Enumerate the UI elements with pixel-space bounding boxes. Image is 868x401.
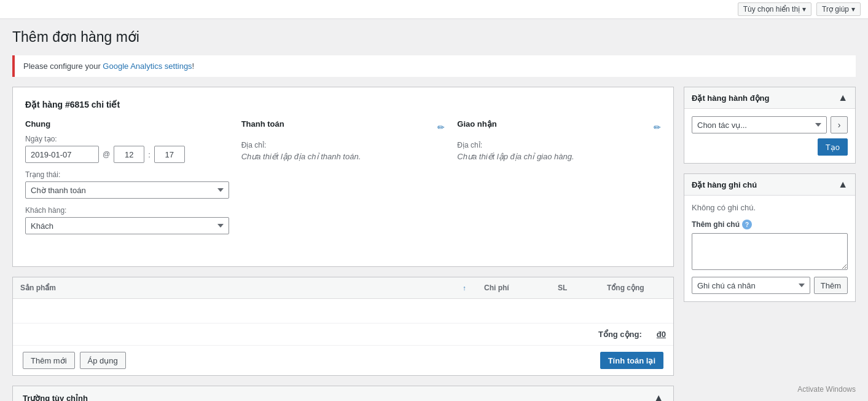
top-bar: Tùy chọn hiển thị ▾ Trợ giúp ▾ (0, 0, 868, 19)
date-input[interactable] (25, 146, 99, 163)
order-detail-card: Đặt hàng #6815 chi tiết Chung Ngày tạo: … (12, 87, 674, 267)
status-field-group: Trạng thái: Chờ thanh toán (25, 170, 229, 199)
shipping-heading: Giao nhận (457, 119, 496, 129)
col-sl-header: SL (550, 277, 600, 299)
shipping-header-row: Giao nhận ✏ (457, 119, 661, 135)
custom-fields-header: Trường tùy chỉnh ▲ (13, 386, 673, 401)
notes-label: Thêm ghi chú ? (692, 220, 848, 229)
billing-edit-icon[interactable]: ✏ (437, 122, 445, 132)
ap-dung-button[interactable]: Áp dụng (80, 352, 126, 369)
note-type-select[interactable]: Ghi chú cá nhân Ghi chú cho khách (692, 277, 810, 294)
totals-value: đ0 (657, 330, 666, 339)
general-heading: Chung (25, 119, 229, 129)
action-select[interactable]: Chon tác vụ... Gửi hóa đơn Gửi đơn hàng (692, 116, 827, 133)
minute-input[interactable] (154, 146, 185, 163)
date-label: Ngày tạo: (25, 135, 229, 143)
col-sort-header: ↑ (452, 277, 477, 299)
general-section: Chung Ngày tạo: @ : (25, 119, 229, 242)
order-actions-card: Đặt hàng hành động ▲ Chon tác vụ... Gửi … (684, 87, 856, 164)
action-arrow-button[interactable]: › (831, 116, 848, 133)
create-button[interactable]: Tạo (818, 138, 848, 156)
display-options-label: Tùy chọn hiển thị (743, 5, 800, 14)
billing-header-row: Thanh toán ✏ (241, 119, 445, 135)
custom-fields-card: Trường tùy chỉnh ▲ (12, 386, 674, 401)
customer-select[interactable]: Khách (25, 217, 229, 234)
chevron-down-icon: ▾ (802, 5, 806, 14)
custom-fields-collapse-icon[interactable]: ▲ (654, 392, 663, 401)
analytics-link-text: Google Analytics settings (103, 62, 192, 71)
page-wrapper: Thêm đơn hàng mới Please configure your … (0, 19, 868, 401)
notice-suffix: ! (192, 62, 195, 71)
analytics-link[interactable]: Google Analytics settings (103, 62, 192, 71)
chevron-down-icon: ▾ (851, 5, 855, 14)
notes-empty-text: Không có ghi chú. (692, 203, 848, 212)
colon-separator: : (148, 150, 151, 159)
notice-bar: Please configure your Google Analytics s… (12, 55, 856, 77)
order-actions-collapse-icon[interactable]: ▲ (838, 92, 848, 103)
customer-label: Khách hàng: (25, 206, 229, 215)
order-sections-grid: Chung Ngày tạo: @ : (25, 119, 661, 242)
order-notes-card: Đặt hàng ghi chú ▲ Không có ghi chú. Thê… (684, 173, 856, 302)
totals-row: Tổng cộng: đ0 (13, 324, 673, 346)
customer-field-group: Khách hàng: Khách (25, 206, 229, 234)
billing-heading: Thanh toán (241, 119, 284, 129)
shipping-address-label: Địa chỉ: (457, 141, 661, 149)
sidebar: Đặt hàng hành động ▲ Chon tác vụ... Gửi … (684, 87, 856, 312)
products-table-wrap: Sản phẩm ↑ Chi phí SL (12, 277, 674, 376)
order-notes-collapse-icon[interactable]: ▲ (838, 179, 848, 190)
main-layout: Đặt hàng #6815 chi tiết Chung Ngày tạo: … (12, 87, 856, 401)
products-table: Sản phẩm ↑ Chi phí SL (13, 277, 673, 345)
create-btn-row: Tạo (692, 138, 848, 156)
col-product-header: Sản phẩm (13, 277, 452, 299)
shipping-section: Giao nhận ✏ Địa chỉ: Chưa thiết lập địa … (457, 119, 661, 242)
display-options-button[interactable]: Tùy chọn hiển thị ▾ (738, 2, 811, 16)
order-notes-title: Đặt hàng ghi chú (692, 180, 757, 189)
billing-section: Thanh toán ✏ Địa chỉ: Chưa thiết lập địa… (241, 119, 445, 242)
order-actions-title: Đặt hàng hành động (692, 93, 769, 103)
order-actions-header: Đặt hàng hành động ▲ (684, 87, 855, 109)
notes-help-icon[interactable]: ? (742, 220, 752, 229)
at-label: @ (103, 150, 110, 159)
table-actions-left: Thêm mới Áp dụng (23, 352, 126, 369)
billing-address-label: Địa chỉ: (241, 141, 445, 149)
date-row: @ : (25, 146, 229, 163)
help-label: Trợ giúp (822, 5, 849, 14)
main-content: Đặt hàng #6815 chi tiết Chung Ngày tạo: … (12, 87, 674, 401)
custom-fields-title: Trường tùy chỉnh (23, 394, 88, 402)
shipping-address-value: Chưa thiết lập địa chỉ giao hàng. (457, 152, 661, 161)
order-actions-body: Chon tác vụ... Gửi hóa đơn Gửi đơn hàng … (684, 109, 855, 163)
order-detail-inner: Đặt hàng #6815 chi tiết Chung Ngày tạo: … (13, 87, 673, 266)
empty-row (13, 299, 673, 324)
order-detail-title: Đặt hàng #6815 chi tiết (25, 100, 661, 109)
billing-address-value: Chưa thiết lập địa chỉ thanh toán. (241, 152, 445, 161)
add-note-button[interactable]: Thêm (814, 277, 848, 294)
totals-label: Tổng cộng: (598, 330, 642, 339)
notes-footer: Ghi chú cá nhân Ghi chú cho khách Thêm (692, 277, 848, 294)
help-button[interactable]: Trợ giúp ▾ (816, 2, 861, 16)
tinh-toan-lai-button[interactable]: Tính toán lại (600, 352, 663, 369)
totals-row-content: Tổng cộng: đ0 (20, 330, 666, 339)
action-row: Chon tác vụ... Gửi hóa đơn Gửi đơn hàng … (692, 116, 848, 133)
table-footer: Tổng cộng: đ0 (13, 324, 673, 346)
table-actions: Thêm mới Áp dụng Tính toán lại (13, 345, 673, 375)
table-body (13, 299, 673, 324)
hour-input[interactable] (114, 146, 144, 163)
page-title: Thêm đơn hàng mới (12, 29, 856, 46)
order-notes-body: Không có ghi chú. Thêm ghi chú ? Ghi chú… (684, 196, 855, 301)
activate-watermark: Activate Windows (797, 385, 856, 394)
status-label: Trạng thái: (25, 170, 229, 179)
date-field-group: Ngày tạo: @ : (25, 135, 229, 163)
shipping-edit-icon[interactable]: ✏ (654, 122, 661, 132)
status-select[interactable]: Chờ thanh toán (25, 181, 229, 199)
col-chi-phi-header: Chi phí (477, 277, 550, 299)
notice-text: Please configure your (23, 62, 103, 71)
order-notes-header: Đặt hàng ghi chú ▲ (684, 174, 855, 196)
col-tong-cong-header: Tổng cộng (600, 277, 673, 299)
them-moi-button[interactable]: Thêm mới (23, 352, 75, 369)
notes-textarea[interactable] (692, 233, 848, 270)
table-header-row: Sản phẩm ↑ Chi phí SL (13, 277, 673, 299)
